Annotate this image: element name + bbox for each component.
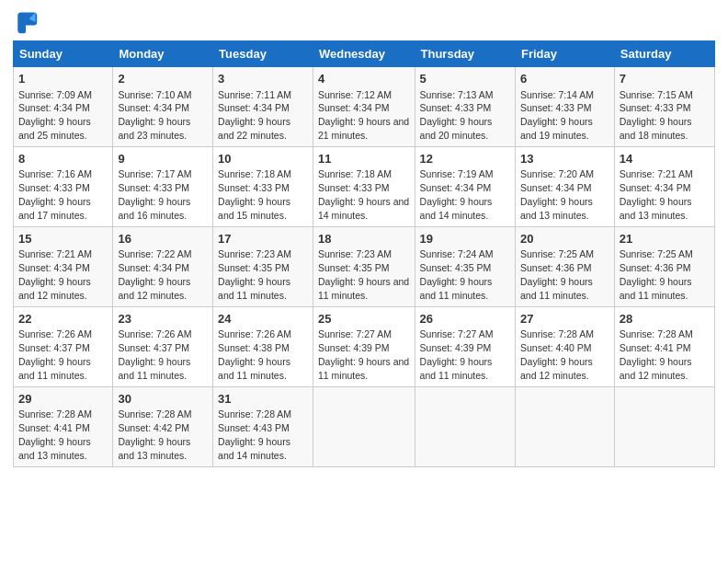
day-info: Sunrise: 7:28 AM Sunset: 4:40 PM Dayligh… [520, 328, 594, 381]
day-number: 7 [620, 71, 710, 87]
calendar-cell: 29Sunrise: 7:28 AM Sunset: 4:41 PM Dayli… [14, 386, 113, 466]
calendar-cell: 25Sunrise: 7:27 AM Sunset: 4:39 PM Dayli… [313, 306, 415, 386]
calendar-cell: 24Sunrise: 7:26 AM Sunset: 4:38 PM Dayli… [213, 306, 313, 386]
day-number: 18 [318, 231, 410, 247]
calendar-cell: 4Sunrise: 7:12 AM Sunset: 4:34 PM Daylig… [313, 67, 415, 147]
day-info: Sunrise: 7:17 AM Sunset: 4:33 PM Dayligh… [118, 168, 191, 221]
day-info: Sunrise: 7:26 AM Sunset: 4:37 PM Dayligh… [118, 328, 191, 381]
calendar-cell: 7Sunrise: 7:15 AM Sunset: 4:33 PM Daylig… [614, 67, 714, 147]
day-info: Sunrise: 7:27 AM Sunset: 4:39 PM Dayligh… [318, 328, 409, 381]
calendar-cell: 26Sunrise: 7:27 AM Sunset: 4:39 PM Dayli… [415, 306, 515, 386]
day-info: Sunrise: 7:28 AM Sunset: 4:43 PM Dayligh… [218, 408, 291, 461]
calendar-cell: 6Sunrise: 7:14 AM Sunset: 4:33 PM Daylig… [515, 67, 614, 147]
week-row-5: 29Sunrise: 7:28 AM Sunset: 4:41 PM Dayli… [14, 386, 715, 466]
weekday-header-tuesday: Tuesday [213, 41, 313, 67]
day-number: 21 [620, 231, 710, 247]
calendar-cell: 15Sunrise: 7:21 AM Sunset: 4:34 PM Dayli… [14, 226, 113, 306]
calendar-cell: 31Sunrise: 7:28 AM Sunset: 4:43 PM Dayli… [213, 386, 313, 466]
day-number: 29 [18, 391, 108, 408]
day-number: 14 [620, 151, 710, 167]
calendar-cell: 3Sunrise: 7:11 AM Sunset: 4:34 PM Daylig… [213, 67, 313, 147]
day-number: 31 [218, 391, 308, 408]
day-number: 15 [18, 231, 108, 247]
day-number: 13 [520, 151, 609, 167]
calendar-cell: 11Sunrise: 7:18 AM Sunset: 4:33 PM Dayli… [313, 146, 415, 226]
day-info: Sunrise: 7:18 AM Sunset: 4:33 PM Dayligh… [218, 168, 291, 221]
calendar-cell: 20Sunrise: 7:25 AM Sunset: 4:36 PM Dayli… [515, 226, 614, 306]
day-number: 12 [420, 151, 510, 167]
weekday-header-row: SundayMondayTuesdayWednesdayThursdayFrid… [14, 41, 715, 67]
day-number: 24 [218, 311, 308, 327]
header [13, 9, 715, 35]
day-info: Sunrise: 7:12 AM Sunset: 4:34 PM Dayligh… [318, 89, 409, 142]
day-info: Sunrise: 7:10 AM Sunset: 4:34 PM Dayligh… [118, 89, 191, 142]
day-info: Sunrise: 7:21 AM Sunset: 4:34 PM Dayligh… [620, 168, 693, 221]
day-number: 19 [420, 231, 510, 247]
day-info: Sunrise: 7:20 AM Sunset: 4:34 PM Dayligh… [520, 168, 594, 221]
day-number: 17 [218, 231, 308, 247]
day-number: 11 [318, 151, 410, 167]
day-number: 5 [420, 71, 510, 87]
calendar-table: SundayMondayTuesdayWednesdayThursdayFrid… [13, 40, 715, 467]
day-number: 10 [218, 151, 308, 167]
calendar-cell: 13Sunrise: 7:20 AM Sunset: 4:34 PM Dayli… [515, 146, 614, 226]
day-info: Sunrise: 7:28 AM Sunset: 4:41 PM Dayligh… [18, 408, 92, 461]
logo [13, 9, 42, 35]
calendar-cell: 1Sunrise: 7:09 AM Sunset: 4:34 PM Daylig… [14, 67, 113, 147]
calendar-cell: 12Sunrise: 7:19 AM Sunset: 4:34 PM Dayli… [415, 146, 515, 226]
day-number: 25 [318, 311, 410, 327]
day-info: Sunrise: 7:21 AM Sunset: 4:34 PM Dayligh… [18, 248, 92, 301]
calendar-cell [313, 386, 415, 466]
calendar-cell: 23Sunrise: 7:26 AM Sunset: 4:37 PM Dayli… [113, 306, 213, 386]
calendar-cell: 9Sunrise: 7:17 AM Sunset: 4:33 PM Daylig… [113, 146, 213, 226]
weekday-header-sunday: Sunday [14, 41, 113, 67]
day-info: Sunrise: 7:14 AM Sunset: 4:33 PM Dayligh… [520, 89, 594, 142]
calendar-cell: 10Sunrise: 7:18 AM Sunset: 4:33 PM Dayli… [213, 146, 313, 226]
week-row-2: 8Sunrise: 7:16 AM Sunset: 4:33 PM Daylig… [14, 146, 715, 226]
calendar-cell: 27Sunrise: 7:28 AM Sunset: 4:40 PM Dayli… [515, 306, 614, 386]
day-info: Sunrise: 7:15 AM Sunset: 4:33 PM Dayligh… [620, 89, 693, 142]
calendar-cell: 22Sunrise: 7:26 AM Sunset: 4:37 PM Dayli… [14, 306, 113, 386]
calendar-cell: 19Sunrise: 7:24 AM Sunset: 4:35 PM Dayli… [415, 226, 515, 306]
calendar-cell: 18Sunrise: 7:23 AM Sunset: 4:35 PM Dayli… [313, 226, 415, 306]
week-row-3: 15Sunrise: 7:21 AM Sunset: 4:34 PM Dayli… [14, 226, 715, 306]
weekday-header-thursday: Thursday [415, 41, 515, 67]
calendar-cell: 8Sunrise: 7:16 AM Sunset: 4:33 PM Daylig… [14, 146, 113, 226]
day-info: Sunrise: 7:24 AM Sunset: 4:35 PM Dayligh… [420, 248, 494, 301]
day-info: Sunrise: 7:25 AM Sunset: 4:36 PM Dayligh… [520, 248, 594, 301]
day-info: Sunrise: 7:23 AM Sunset: 4:35 PM Dayligh… [318, 248, 409, 301]
day-number: 28 [620, 311, 710, 327]
day-number: 20 [520, 231, 609, 247]
day-info: Sunrise: 7:25 AM Sunset: 4:36 PM Dayligh… [620, 248, 693, 301]
day-info: Sunrise: 7:28 AM Sunset: 4:42 PM Dayligh… [118, 408, 191, 461]
day-number: 2 [118, 71, 208, 87]
day-number: 4 [318, 71, 410, 87]
day-info: Sunrise: 7:09 AM Sunset: 4:34 PM Dayligh… [18, 89, 92, 142]
day-info: Sunrise: 7:23 AM Sunset: 4:35 PM Dayligh… [218, 248, 291, 301]
calendar-cell: 30Sunrise: 7:28 AM Sunset: 4:42 PM Dayli… [113, 386, 213, 466]
day-info: Sunrise: 7:18 AM Sunset: 4:33 PM Dayligh… [318, 168, 409, 221]
page-container: SundayMondayTuesdayWednesdayThursdayFrid… [0, 0, 728, 475]
day-number: 3 [218, 71, 308, 87]
week-row-4: 22Sunrise: 7:26 AM Sunset: 4:37 PM Dayli… [14, 306, 715, 386]
day-number: 26 [420, 311, 510, 327]
calendar-cell [415, 386, 515, 466]
week-row-1: 1Sunrise: 7:09 AM Sunset: 4:34 PM Daylig… [14, 67, 715, 147]
calendar-cell: 16Sunrise: 7:22 AM Sunset: 4:34 PM Dayli… [113, 226, 213, 306]
weekday-header-wednesday: Wednesday [313, 41, 415, 67]
day-number: 6 [520, 71, 609, 87]
calendar-cell [614, 386, 714, 466]
calendar-cell [515, 386, 614, 466]
day-info: Sunrise: 7:22 AM Sunset: 4:34 PM Dayligh… [118, 248, 191, 301]
day-number: 16 [118, 231, 208, 247]
day-info: Sunrise: 7:11 AM Sunset: 4:34 PM Dayligh… [218, 89, 291, 142]
day-number: 27 [520, 311, 609, 327]
calendar-cell: 5Sunrise: 7:13 AM Sunset: 4:33 PM Daylig… [415, 67, 515, 147]
calendar-cell: 21Sunrise: 7:25 AM Sunset: 4:36 PM Dayli… [614, 226, 714, 306]
day-number: 8 [18, 151, 108, 167]
day-number: 1 [18, 71, 108, 87]
day-info: Sunrise: 7:26 AM Sunset: 4:38 PM Dayligh… [218, 328, 291, 381]
day-info: Sunrise: 7:26 AM Sunset: 4:37 PM Dayligh… [18, 328, 92, 381]
day-number: 30 [118, 391, 208, 408]
calendar-cell: 14Sunrise: 7:21 AM Sunset: 4:34 PM Dayli… [614, 146, 714, 226]
